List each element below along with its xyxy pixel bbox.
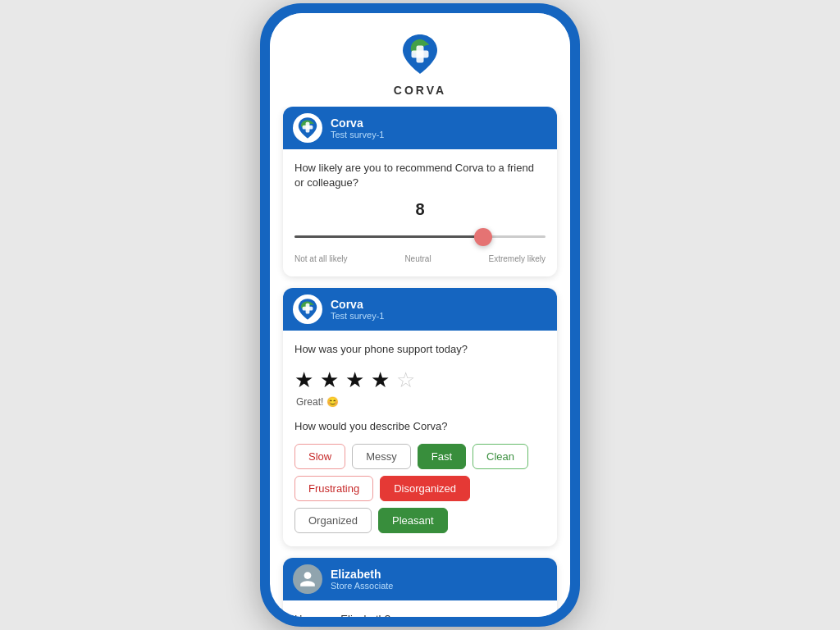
- slider-label-left: Not at all likely: [294, 254, 347, 263]
- support-card-body: How was your phone support today? ★ ★ ★ …: [283, 331, 557, 546]
- elizabeth-avatar: [293, 564, 322, 594]
- brand-name: CORVA: [394, 84, 446, 97]
- support-rating-label: Great! 😊: [296, 396, 546, 408]
- slider-label-right: Extremely likely: [489, 254, 546, 263]
- tag-fast[interactable]: Fast: [418, 444, 466, 469]
- corva-avatar-1: [293, 113, 322, 143]
- nps-card-header-text: Corva Test survey-1: [331, 116, 384, 139]
- elizabeth-card-title: Elizabeth: [331, 568, 393, 581]
- nps-card-title: Corva: [331, 116, 384, 130]
- tag-pleasant[interactable]: Pleasant: [378, 508, 448, 533]
- elizabeth-question: How was Elizabeth?: [294, 612, 546, 617]
- elizabeth-card: Elizabeth Store Associate How was Elizab…: [283, 558, 557, 617]
- slider-label-center: Neutral: [404, 254, 431, 263]
- star-5[interactable]: ☆: [396, 368, 415, 393]
- support-card-header-text: Corva Test survey-1: [331, 298, 384, 321]
- corva-avatar-2: [293, 294, 322, 324]
- tags-grid: Slow Messy Fast Clean Frustrating Disorg…: [294, 444, 546, 533]
- elizabeth-card-subtitle: Store Associate: [331, 581, 393, 591]
- slider-labels: Not at all likely Neutral Extremely like…: [294, 254, 546, 263]
- tag-messy[interactable]: Messy: [352, 444, 411, 469]
- svg-rect-1: [412, 51, 429, 58]
- elizabeth-card-header: Elizabeth Store Associate: [283, 558, 557, 600]
- nps-card: Corva Test survey-1 How likely are you t…: [283, 107, 557, 276]
- elizabeth-card-header-text: Elizabeth Store Associate: [331, 568, 393, 591]
- nps-card-subtitle: Test survey-1: [331, 130, 384, 139]
- slider-fill: [294, 235, 483, 238]
- phone-screen: CORVA Corva Test surve: [270, 13, 570, 617]
- support-card-header: Corva Test survey-1: [283, 288, 557, 331]
- scroll-area[interactable]: Corva Test survey-1 How likely are you t…: [270, 107, 570, 617]
- support-card-subtitle: Test survey-1: [331, 311, 384, 321]
- tag-disorganized[interactable]: Disorganized: [380, 476, 470, 501]
- slider-value: 8: [294, 200, 546, 219]
- elizabeth-card-body: How was Elizabeth? ★ ★ ★ ★ ★ Amazing! 😊: [283, 600, 557, 617]
- tag-clean[interactable]: Clean: [472, 444, 528, 469]
- svg-rect-3: [303, 126, 313, 130]
- stars-row-support: ★ ★ ★ ★ ☆: [294, 368, 546, 393]
- star-3[interactable]: ★: [345, 368, 364, 393]
- slider-container[interactable]: [294, 224, 546, 249]
- slider-thumb[interactable]: [474, 228, 492, 246]
- nps-card-header: Corva Test survey-1: [283, 107, 557, 149]
- nps-question: How likely are you to recommend Corva to…: [294, 161, 546, 190]
- slider-track: [294, 235, 546, 238]
- tag-organized[interactable]: Organized: [294, 508, 372, 533]
- star-1[interactable]: ★: [294, 368, 313, 393]
- nps-card-body: How likely are you to recommend Corva to…: [283, 149, 557, 276]
- support-question: How was your phone support today?: [294, 342, 546, 357]
- support-card: Corva Test survey-1 How was your phone s…: [283, 288, 557, 546]
- star-2[interactable]: ★: [320, 368, 339, 393]
- support-card-title: Corva: [331, 298, 384, 311]
- svg-rect-5: [303, 307, 313, 311]
- logo-container: [395, 30, 445, 79]
- tag-frustrating[interactable]: Frustrating: [294, 476, 373, 501]
- phone-frame: CORVA Corva Test surve: [260, 3, 580, 627]
- star-4[interactable]: ★: [371, 368, 390, 393]
- describe-question: How would you describe Corva?: [294, 419, 546, 434]
- app-header: CORVA: [270, 13, 570, 107]
- tag-slow[interactable]: Slow: [294, 444, 345, 469]
